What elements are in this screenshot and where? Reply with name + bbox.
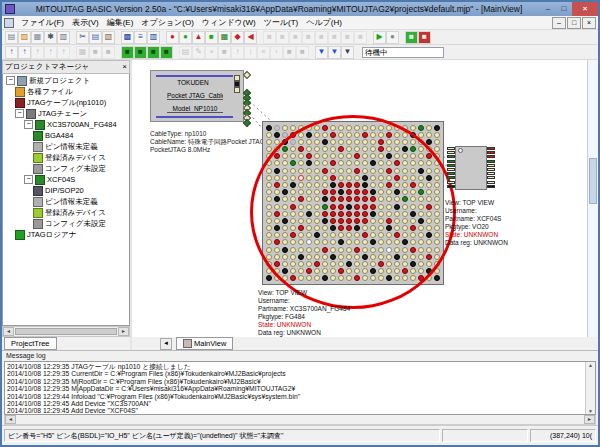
bga-pin[interactable]	[362, 139, 368, 145]
bga-pin[interactable]	[394, 146, 400, 152]
bga-pin[interactable]	[402, 182, 408, 188]
bga-pin[interactable]	[330, 268, 336, 274]
bga-pin[interactable]	[426, 132, 432, 138]
bga-pin[interactable]	[298, 261, 304, 267]
step-back-button[interactable]: ‹	[270, 46, 283, 59]
bga-pin[interactable]	[274, 168, 280, 174]
bga-pin[interactable]	[354, 160, 360, 166]
bga-pin[interactable]	[306, 160, 312, 166]
tree-toggle-icon[interactable]: −	[6, 76, 15, 85]
program-flash-5-button[interactable]: ↑	[57, 46, 70, 59]
tree-item-jtag-cable[interactable]: JTAGケーブル(np1010)	[3, 97, 129, 108]
bga-pin[interactable]	[298, 160, 304, 166]
bga-pin[interactable]	[314, 239, 320, 245]
tree-item-xc3s700an[interactable]: −XC3S700AN_FG484	[3, 119, 129, 130]
tree-item-pin-undefined-1[interactable]: ピン情報未定義	[3, 141, 129, 152]
bga-pin[interactable]	[298, 254, 304, 260]
move-down-button[interactable]: ↓	[244, 46, 257, 59]
bga-pin[interactable]	[266, 139, 272, 145]
bga-pin[interactable]	[290, 211, 296, 217]
device-op-5-button[interactable]: ■	[315, 31, 328, 44]
bga-pin[interactable]	[418, 175, 424, 181]
bga-pin[interactable]	[314, 196, 320, 202]
bga-pin[interactable]	[298, 204, 304, 210]
scroll-up-icon[interactable]: ▲	[586, 362, 595, 368]
bga-pin[interactable]	[394, 275, 400, 281]
slot-1-button[interactable]: ■	[283, 46, 296, 59]
bga-pin[interactable]	[386, 153, 392, 159]
device-op-7-button[interactable]: ■	[341, 31, 354, 44]
bga-pin[interactable]	[338, 261, 344, 267]
bga-pin[interactable]	[402, 168, 408, 174]
log-hscrollbar[interactable]: ◄ ►	[4, 415, 596, 425]
bga-pin[interactable]	[290, 189, 296, 195]
bga-pin[interactable]	[386, 218, 392, 224]
bga-pin[interactable]	[434, 146, 440, 152]
scroll-thumb[interactable]	[15, 328, 117, 335]
bga-pin[interactable]	[338, 196, 344, 202]
bga-pin[interactable]	[402, 153, 408, 159]
bga-pin[interactable]	[322, 239, 328, 245]
bga-pin[interactable]	[314, 225, 320, 231]
bga-pin[interactable]	[410, 218, 416, 224]
bga-pin[interactable]	[378, 132, 384, 138]
bga-pin[interactable]	[426, 232, 432, 238]
sop-pin[interactable]	[487, 176, 495, 179]
jtag-func-1-button[interactable]: ■	[121, 46, 134, 59]
bga-pin[interactable]	[418, 268, 424, 274]
bga-pin[interactable]	[330, 211, 336, 217]
bga-pin[interactable]	[298, 146, 304, 152]
delete-item-button[interactable]: ×	[205, 46, 218, 59]
bga-pin[interactable]	[362, 254, 368, 260]
bga-pin[interactable]	[282, 254, 288, 260]
bga-pin[interactable]	[306, 125, 312, 131]
bga-pin[interactable]	[386, 139, 392, 145]
bga-pin[interactable]	[402, 232, 408, 238]
table-view-button[interactable]: ▦	[76, 46, 89, 59]
bga-pin[interactable]	[346, 218, 352, 224]
bga-pin[interactable]	[314, 247, 320, 253]
bga-pin[interactable]	[290, 232, 296, 238]
bga-pin[interactable]	[386, 232, 392, 238]
bga-pin[interactable]	[330, 139, 336, 145]
bga-pin[interactable]	[418, 125, 424, 131]
tree-item-pin-undefined-2[interactable]: ピン情報未定義	[3, 196, 129, 207]
bga-pin[interactable]	[338, 168, 344, 174]
stop-red-button[interactable]: ■	[418, 31, 431, 44]
bga-pin[interactable]	[354, 168, 360, 174]
tree-item-config-unset-2[interactable]: コンフィグ未設定	[3, 218, 129, 229]
schematic-canvas[interactable]: TOKUDEN Pocket JTAG_Cable Model_NP1010 C…	[132, 60, 587, 337]
run-green-button[interactable]: ■	[405, 31, 418, 44]
bga-pin[interactable]	[298, 132, 304, 138]
menu-file[interactable]: ファイル(F)	[17, 18, 68, 27]
tab-main-view[interactable]: MainView	[176, 337, 233, 350]
bga-pin[interactable]	[378, 175, 384, 181]
bga-pin[interactable]	[370, 132, 376, 138]
bga-pin[interactable]	[314, 275, 320, 281]
bga-pin[interactable]	[394, 261, 400, 267]
bga-pin[interactable]	[266, 225, 272, 231]
bga-pin[interactable]	[426, 146, 432, 152]
bga-pin[interactable]	[418, 247, 424, 253]
bga-pin[interactable]	[346, 211, 352, 217]
bga-pin[interactable]	[322, 168, 328, 174]
bga-pin[interactable]	[418, 189, 424, 195]
bga-pin[interactable]	[338, 204, 344, 210]
bga-pin[interactable]	[330, 261, 336, 267]
sop-pin[interactable]	[487, 185, 495, 188]
bga-pin[interactable]	[410, 189, 416, 195]
bga-pin[interactable]	[378, 196, 384, 202]
bga-pin[interactable]	[338, 225, 344, 231]
memory-read-button[interactable]: ■	[89, 46, 102, 59]
bga-pin[interactable]	[290, 261, 296, 267]
device-op-2-button[interactable]: ■	[276, 31, 289, 44]
bga-pin[interactable]	[434, 139, 440, 145]
sop-pin[interactable]	[447, 160, 455, 163]
bga-pin[interactable]	[338, 218, 344, 224]
bga-pin[interactable]	[434, 247, 440, 253]
bga-pin[interactable]	[290, 125, 296, 131]
bga-pin[interactable]	[338, 153, 344, 159]
bga-pin[interactable]	[426, 204, 432, 210]
bga-pin[interactable]	[266, 182, 272, 188]
bga-pin[interactable]	[322, 175, 328, 181]
